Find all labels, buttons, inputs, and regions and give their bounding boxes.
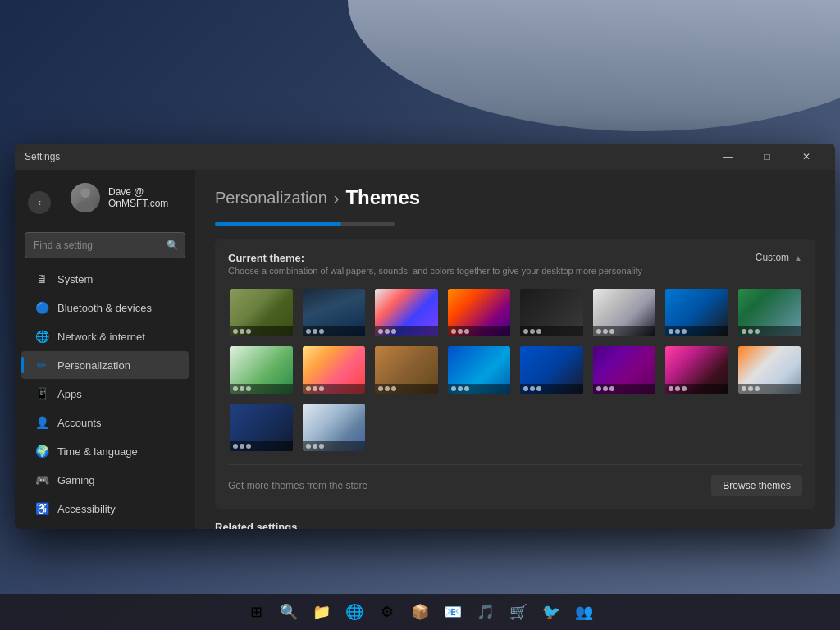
mini-dot-14-0 xyxy=(596,386,601,391)
mini-dot-3-2 xyxy=(391,329,396,334)
mini-dot-1-1 xyxy=(240,329,244,334)
theme-preview-6 xyxy=(593,289,656,336)
theme-panel-footer: Get more themes from the store Browse th… xyxy=(228,464,802,496)
time-icon: 🌍 xyxy=(34,444,49,459)
taskbar-mail[interactable]: 📧 xyxy=(438,597,468,627)
accessibility-icon: ♿ xyxy=(34,501,49,516)
taskbar-edge[interactable]: 🌐 xyxy=(340,597,369,627)
theme-15[interactable] xyxy=(664,345,730,395)
back-button[interactable]: ‹ xyxy=(28,191,51,214)
theme-taskbar-5 xyxy=(520,326,583,336)
taskbar-apps2[interactable]: 📦 xyxy=(405,597,435,627)
mini-dot-9-1 xyxy=(240,386,244,391)
sidebar-item-time[interactable]: 🌍Time & language xyxy=(21,437,189,465)
browse-themes-button[interactable]: Browse themes xyxy=(711,475,802,496)
theme-taskbar-4 xyxy=(448,326,511,336)
theme-11[interactable] xyxy=(373,345,440,395)
theme-5[interactable] xyxy=(518,287,585,338)
sidebar-item-gaming[interactable]: 🎮Gaming xyxy=(21,466,189,494)
theme-preview-12 xyxy=(448,346,511,394)
breadcrumb: Personalization › Themes xyxy=(215,186,815,209)
taskbar-twitter[interactable]: 🐦 xyxy=(536,597,566,627)
mini-dot-7-1 xyxy=(675,329,680,334)
theme-preview-5 xyxy=(520,289,583,336)
mini-dot-18-1 xyxy=(313,444,317,449)
theme-preview-10 xyxy=(303,346,366,394)
theme-preview-4 xyxy=(448,289,511,336)
sidebar-item-apps[interactable]: 📱Apps xyxy=(21,380,189,408)
sidebar-item-accounts[interactable]: 👤Accounts xyxy=(21,409,189,436)
mini-dot-8-2 xyxy=(755,329,760,334)
user-profile[interactable]: Dave @ OnMSFT.com xyxy=(57,176,195,219)
sidebar-label-time: Time & language xyxy=(57,445,138,458)
taskbar-search[interactable]: 🔍 xyxy=(274,597,304,627)
mini-dot-11-0 xyxy=(378,386,383,391)
theme-18[interactable] xyxy=(301,402,368,453)
taskbar-icons: ⊞🔍📁🌐⚙📦📧🎵🛒🐦👥 xyxy=(241,597,599,627)
close-button[interactable]: ✕ xyxy=(788,144,825,170)
taskbar-spotify[interactable]: 🎵 xyxy=(471,597,500,627)
theme-10[interactable] xyxy=(301,345,368,395)
theme-14[interactable] xyxy=(591,345,658,395)
gaming-icon: 🎮 xyxy=(34,472,49,487)
sidebar: ‹ Dave @ OnMSFT.com 🔍 🖥System🔵Bluetooth … xyxy=(15,170,195,529)
title-bar: Settings — □ ✕ xyxy=(15,144,835,170)
maximize-button[interactable]: □ xyxy=(748,144,786,170)
theme-preview-8 xyxy=(738,289,801,336)
theme-6[interactable] xyxy=(591,287,658,338)
sidebar-item-network[interactable]: 🌐Network & internet xyxy=(21,322,189,350)
sidebar-label-bluetooth: Bluetooth & devices xyxy=(57,302,152,314)
search-input[interactable] xyxy=(25,232,185,258)
theme-9[interactable] xyxy=(228,345,294,395)
active-indicator xyxy=(21,357,24,373)
window-title: Settings xyxy=(25,151,709,162)
mini-dot-4-2 xyxy=(464,329,469,334)
theme-2[interactable] xyxy=(301,287,368,338)
theme-17[interactable] xyxy=(228,402,294,453)
taskbar-teams[interactable]: 👥 xyxy=(569,597,599,627)
breadcrumb-current: Themes xyxy=(345,186,420,209)
sidebar-item-personalization[interactable]: ✏Personalization xyxy=(21,351,189,379)
personalization-icon: ✏ xyxy=(34,358,49,372)
mini-dot-1-2 xyxy=(246,329,251,334)
sidebar-item-privacy[interactable]: 🔒Privacy & security xyxy=(21,523,189,529)
theme-taskbar-8 xyxy=(738,326,801,336)
theme-panel-subtitle: Choose a combination of wallpapers, soun… xyxy=(228,266,642,276)
theme-7[interactable] xyxy=(664,287,730,338)
taskbar-settings2[interactable]: ⚙ xyxy=(372,597,402,627)
theme-16[interactable] xyxy=(737,345,803,395)
theme-preview-18 xyxy=(303,404,366,451)
theme-preview-16 xyxy=(738,346,801,394)
theme-taskbar-13 xyxy=(520,384,583,394)
mini-dot-2-1 xyxy=(313,329,317,334)
sidebar-label-network: Network & internet xyxy=(57,331,145,343)
mini-dot-7-0 xyxy=(669,329,673,334)
theme-4[interactable] xyxy=(446,287,513,338)
mini-dot-14-1 xyxy=(603,386,608,391)
minimize-button[interactable]: — xyxy=(709,144,746,170)
mini-dot-8-0 xyxy=(742,329,746,334)
theme-preview-2 xyxy=(303,289,366,336)
theme-preview-3 xyxy=(375,289,438,336)
theme-preview-14 xyxy=(593,346,656,394)
taskbar-store[interactable]: 🛒 xyxy=(504,597,533,627)
taskbar-files[interactable]: 📁 xyxy=(307,597,336,627)
mini-dot-13-2 xyxy=(536,386,541,391)
theme-13[interactable] xyxy=(518,345,585,395)
theme-12[interactable] xyxy=(446,345,513,395)
theme-panel-info: Current theme: Choose a combination of w… xyxy=(228,252,642,276)
current-theme-badge[interactable]: Custom ▲ xyxy=(756,252,802,263)
taskbar-start[interactable]: ⊞ xyxy=(241,597,271,627)
sidebar-item-system[interactable]: 🖥System xyxy=(21,265,189,293)
theme-8[interactable] xyxy=(737,287,803,338)
theme-1[interactable] xyxy=(228,287,294,338)
theme-3[interactable] xyxy=(373,287,440,338)
sidebar-item-accessibility[interactable]: ♿Accessibility xyxy=(21,495,189,523)
mini-dot-17-2 xyxy=(246,444,251,449)
mini-dot-17-0 xyxy=(233,444,238,449)
mini-dot-6-2 xyxy=(609,329,614,334)
theme-taskbar-12 xyxy=(448,384,511,394)
sidebar-item-bluetooth[interactable]: 🔵Bluetooth & devices xyxy=(21,294,189,322)
mini-dot-13-1 xyxy=(530,386,535,391)
mini-dot-15-1 xyxy=(675,386,680,391)
